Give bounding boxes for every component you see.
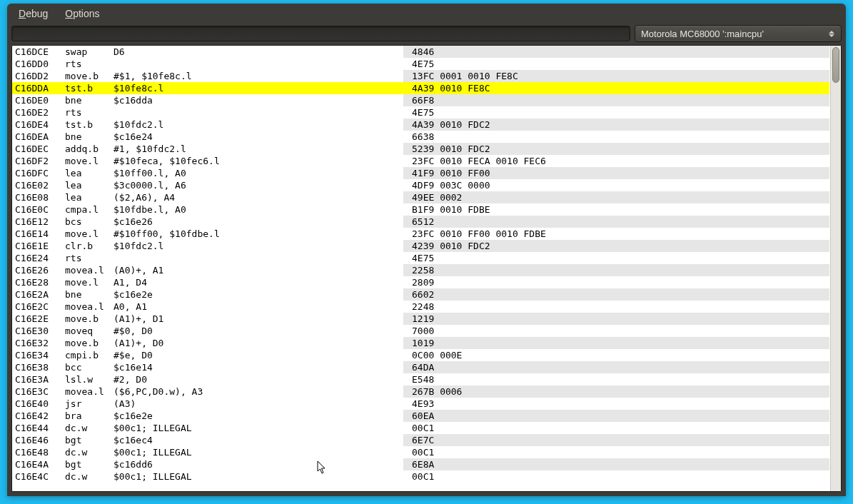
disassembly-row[interactable]: C16E38bcc$c16e1464DA [12,361,829,373]
opcode-cell: bgt [65,458,113,470]
opcode-cell: bra [65,410,113,422]
hex-cell: 4E93 [403,398,829,410]
disassembly-row[interactable]: C16E46bgt$c16ec46E7C [12,434,829,446]
addr-cell: C16E1E [12,240,65,252]
hex-cell: 1019 [403,337,829,349]
opcode-cell: movea.l [65,264,113,276]
disassembly-row[interactable]: C16DF2move.l#$10feca, $10fec6.l23FC 0010… [12,155,829,167]
disassembly-row[interactable]: C16E3Cmovea.l($6,PC,D0.w), A3267B 0006 [12,385,829,398]
addr-cell: C16E2E [12,313,65,325]
addr-cell: C16E48 [12,446,65,458]
hex-cell: 4E75 [403,252,829,264]
hex-cell: 2258 [403,264,829,276]
disassembly-row[interactable]: C16E42bra$c16e2e60EA [12,410,829,422]
hex-cell: 00C1 [403,470,829,483]
disassembly-row[interactable]: C16E24rts4E75 [12,252,829,264]
operands-cell: #1, $10fdc2.l [113,143,403,155]
disassembly-row[interactable]: C16DECaddq.b#1, $10fdc2.l5239 0010 FDC2 [12,143,829,155]
operands-cell: #$10feca, $10fec6.l [113,155,403,167]
hex-cell: 2248 [403,301,829,313]
operands-cell: $00c1; ILLEGAL [113,422,403,434]
disassembly-body[interactable]: C16DCEswapD64846C16DD0rts4E75C16DD2move.… [12,46,829,491]
disassembly-row[interactable]: C16E1Eclr.b$10fdc2.l4239 0010 FDC2 [12,240,829,252]
scrollbar-thumb[interactable] [832,47,839,83]
addr-cell: C16E4C [12,470,65,483]
disassembly-row[interactable]: C16E44dc.w$00c1; ILLEGAL00C1 [12,422,829,434]
scrollbar-vertical[interactable] [830,46,841,491]
opcode-cell: rts [65,252,113,264]
hex-cell: 13FC 0001 0010 FE8C [403,70,829,82]
disassembly-row[interactable]: C16E4Cdc.w$00c1; ILLEGAL00C1 [12,470,829,483]
disassembly-row[interactable]: C16E34cmpi.b#$e, D00C00 000E [12,349,829,361]
hex-cell: 64DA [403,361,829,373]
disassembly-row[interactable]: C16E26movea.l(A0)+, A12258 [12,264,829,276]
opcode-cell: lea [65,191,113,203]
disassembly-row[interactable]: C16E2Abne$c16e2e6602 [12,288,829,301]
operands-cell: (A3) [113,398,403,410]
operands-cell: $c16e26 [113,216,403,228]
operands-cell: ($2,A6), A4 [113,191,403,203]
opcode-cell: move.b [65,70,113,82]
disassembly-row[interactable]: C16DFClea$10ff00.l, A041F9 0010 FF00 [12,167,829,179]
disassembly-row[interactable]: C16E32move.b(A1)+, D01019 [12,337,829,349]
addr-cell: C16E2A [12,288,65,301]
disassembly-row[interactable]: C16DCEswapD64846 [12,46,829,58]
addr-cell: C16DDA [12,82,65,94]
hex-cell: 00C1 [403,446,829,458]
opcode-cell: lsl.w [65,373,113,385]
opcode-cell: movea.l [65,385,113,398]
disassembly-row[interactable]: C16DDAtst.b$10fe8c.l4A39 0010 FE8C [12,82,829,94]
menu-debug[interactable]: Debug [11,6,55,21]
addr-cell: C16DEA [12,131,65,143]
operands-cell: $10fdc2.l [113,119,403,131]
menu-options[interactable]: Options [58,6,106,21]
opcode-cell: move.l [65,228,113,240]
cpu-selector-label: Motorola MC68000 ':maincpu' [641,29,764,39]
disassembly-row[interactable]: C16DE4tst.b$10fdc2.l4A39 0010 FDC2 [12,119,829,131]
cpu-selector[interactable]: Motorola MC68000 ':maincpu' [635,25,842,42]
disassembly-row[interactable]: C16DE2rts4E75 [12,106,829,119]
addr-cell: C16E0C [12,203,65,216]
operands-cell: $c16e14 [113,361,403,373]
hex-cell: 66F8 [403,94,829,106]
disassembly-row[interactable]: C16E28move.lA1, D42809 [12,276,829,288]
disassembly-row[interactable]: C16E3Alsl.w#2, D0E548 [12,373,829,385]
addr-cell: C16E26 [12,264,65,276]
disassembly-row[interactable]: C16E14move.l#$10ff00, $10fdbe.l23FC 0010… [12,228,829,240]
addr-cell: C16E38 [12,361,65,373]
disassembly-row[interactable]: C16E48dc.w$00c1; ILLEGAL00C1 [12,446,829,458]
addr-cell: C16E34 [12,349,65,361]
addr-cell: C16E12 [12,216,65,228]
disassembly-row[interactable]: C16E02lea$3c0000.l, A64DF9 003C 0000 [12,179,829,191]
disassembly-row[interactable]: C16E08lea($2,A6), A449EE 0002 [12,191,829,203]
disassembly-row[interactable]: C16DD0rts4E75 [12,58,829,70]
disassembly-row[interactable]: C16E30moveq#$0, D07000 [12,325,829,337]
disassembly-row[interactable]: C16E2Emove.b(A1)+, D11219 [12,313,829,325]
menubar: Debug Options [7,4,846,24]
hex-cell: 1219 [403,313,829,325]
disassembly-row[interactable]: C16DEAbne$c16e246638 [12,131,829,143]
addr-cell: C16E08 [12,191,65,203]
operands-cell: $c16e2e [113,288,403,301]
operands-cell: #$10ff00, $10fdbe.l [113,228,403,240]
opcode-cell: move.b [65,313,113,325]
disassembly-row[interactable]: C16E4Abgt$c16dd66E8A [12,458,829,470]
opcode-cell: bne [65,94,113,106]
opcode-cell: addq.b [65,143,113,155]
disassembly-row[interactable]: C16E2Cmovea.lA0, A12248 [12,301,829,313]
address-input[interactable] [11,26,630,41]
disassembly-row[interactable]: C16DE0bne$c16dda66F8 [12,94,829,106]
opcode-cell: cmpi.b [65,349,113,361]
addr-cell: C16E42 [12,410,65,422]
operands-cell: $c16dd6 [113,458,403,470]
addr-cell: C16E30 [12,325,65,337]
addr-cell: C16E24 [12,252,65,264]
addr-cell: C16DE0 [12,94,65,106]
disassembly-view: C16DCEswapD64846C16DD0rts4E75C16DD2move.… [11,45,842,492]
operands-cell: $3c0000.l, A6 [113,179,403,191]
disassembly-row[interactable]: C16E0Ccmpa.l$10fdbe.l, A0B1F9 0010 FDBE [12,203,829,216]
disassembly-row[interactable]: C16E40jsr(A3)4E93 [12,398,829,410]
hex-cell: 2809 [403,276,829,288]
disassembly-row[interactable]: C16DD2move.b#$1, $10fe8c.l13FC 0001 0010… [12,70,829,82]
disassembly-row[interactable]: C16E12bcs$c16e266512 [12,216,829,228]
